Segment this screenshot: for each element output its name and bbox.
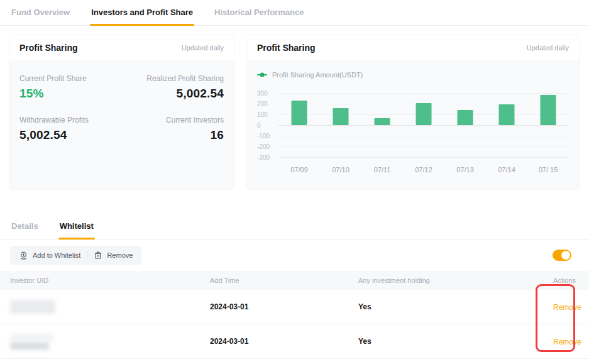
stat-value: 16 bbox=[122, 128, 224, 142]
chart-plot bbox=[278, 93, 569, 157]
profit-sharing-stats-card: Profit Sharing Updated daily Current Pro… bbox=[9, 35, 234, 190]
stats-card-title: Profit Sharing bbox=[19, 43, 78, 53]
investor-uid-redacted bbox=[10, 333, 210, 350]
x-tick-label: 07/11 bbox=[361, 166, 403, 174]
bar bbox=[541, 95, 556, 125]
stats-card-updated-badge: Updated daily bbox=[182, 44, 224, 52]
add-to-whitelist-button[interactable]: Add to Whitelist bbox=[13, 246, 87, 265]
bar bbox=[499, 104, 515, 125]
legend-label: Profit Sharing Amount(USDT) bbox=[272, 71, 363, 79]
row-remove-link[interactable]: Remove bbox=[553, 303, 581, 312]
stat-current-profit-share: Current Profit Share 15% bbox=[19, 74, 122, 101]
table-header-row: Investor UID Add Time Any investment hol… bbox=[0, 271, 589, 290]
fund-management-page: Fund Overview Investors and Profit Share… bbox=[0, 0, 589, 364]
tab-investors-profit-share[interactable]: Investors and Profit Share bbox=[90, 0, 194, 25]
y-tick-label: -200 bbox=[257, 143, 270, 150]
trash-icon bbox=[94, 251, 102, 260]
column-header-actions: Actions bbox=[553, 277, 576, 284]
bar bbox=[416, 103, 432, 125]
stat-value: 15% bbox=[19, 87, 122, 101]
x-tick-label: 07/ 15 bbox=[527, 166, 569, 174]
chart-card-updated-badge: Updated daily bbox=[527, 44, 569, 52]
column-header-investor-uid: Investor UID bbox=[10, 277, 210, 284]
stat-label: Current Investors bbox=[122, 116, 224, 124]
bar bbox=[333, 108, 349, 125]
stat-label: Realized Profit Sharing bbox=[122, 74, 224, 83]
remove-button-label: Remove bbox=[107, 251, 133, 259]
row-remove-link[interactable]: Remove bbox=[553, 338, 581, 346]
chart-plot-area: 07/0907/1007/1107/1207/1307/1407/ 15 bbox=[278, 93, 569, 174]
stat-label: Withdrawable Profits bbox=[19, 116, 122, 124]
chart-card-title: Profit Sharing bbox=[257, 43, 316, 53]
add-time-cell: 2024-03-01 bbox=[210, 302, 358, 311]
stat-withdrawable-profits: Withdrawable Profits 5,002.54 bbox=[19, 116, 122, 142]
bar bbox=[292, 101, 307, 125]
column-header-holding: Any investment holding bbox=[358, 277, 553, 284]
remove-button[interactable]: Remove bbox=[87, 246, 139, 265]
bar bbox=[375, 118, 390, 125]
holding-cell: Yes bbox=[358, 302, 553, 311]
main-tabbar: Fund Overview Investors and Profit Share… bbox=[0, 0, 589, 26]
x-tick-label: 07/12 bbox=[403, 166, 444, 174]
y-tick-label: 200 bbox=[257, 101, 268, 108]
whitelist-toggle[interactable] bbox=[553, 250, 571, 261]
x-tick-label: 07/10 bbox=[320, 166, 361, 174]
stats-card-header: Profit Sharing Updated daily bbox=[9, 35, 234, 60]
tab-whitelist[interactable]: Whitelist bbox=[58, 214, 95, 239]
column-header-add-time: Add Time bbox=[210, 277, 358, 284]
stats-card-body: Current Profit Share 15% Realized Profit… bbox=[9, 60, 234, 190]
stat-value: 5,002.54 bbox=[122, 87, 224, 101]
stat-current-investors: Current Investors 16 bbox=[122, 116, 224, 142]
stat-realized-profit-sharing: Realized Profit Sharing 5,002.54 bbox=[122, 74, 224, 101]
profit-sharing-chart-card: Profit Sharing Updated daily Profit Shar… bbox=[246, 35, 580, 190]
chart-legend: Profit Sharing Amount(USDT) bbox=[257, 68, 569, 82]
chart-y-axis: 3002001000-100-200-300 bbox=[257, 93, 278, 157]
stat-label: Current Profit Share bbox=[19, 74, 122, 83]
chart-bars bbox=[278, 93, 569, 157]
y-tick-label: 300 bbox=[257, 90, 268, 97]
x-tick-label: 07/14 bbox=[486, 166, 527, 174]
whitelist-table: Investor UID Add Time Any investment hol… bbox=[0, 271, 589, 359]
stat-value: 5,002.54 bbox=[19, 128, 122, 142]
tab-details[interactable]: Details bbox=[10, 214, 40, 239]
holding-cell: Yes bbox=[358, 337, 553, 346]
table-row: 2024-03-01 Yes Remove bbox=[0, 290, 589, 324]
x-tick-label: 07/13 bbox=[444, 166, 486, 174]
legend-marker-icon bbox=[257, 74, 267, 75]
whitelist-toolbar: Add to Whitelist Remove bbox=[0, 240, 589, 265]
section-tabbar: Details Whitelist bbox=[0, 214, 589, 240]
y-tick-label: 0 bbox=[257, 122, 261, 129]
x-tick-label: 07/09 bbox=[278, 166, 320, 174]
y-tick-label: -300 bbox=[257, 154, 270, 161]
chart-x-axis: 07/0907/1007/1107/1207/1307/1407/ 15 bbox=[278, 166, 569, 174]
add-to-whitelist-icon bbox=[19, 251, 28, 260]
tab-historical-performance[interactable]: Historical Performance bbox=[213, 0, 305, 25]
bar-chart: 3002001000-100-200-300 07/0907/1007/1107… bbox=[257, 93, 569, 174]
y-tick-label: 100 bbox=[257, 111, 268, 118]
bar bbox=[458, 110, 473, 125]
chart-card-header: Profit Sharing Updated daily bbox=[247, 35, 579, 60]
add-time-cell: 2024-03-01 bbox=[210, 337, 358, 346]
tab-fund-overview[interactable]: Fund Overview bbox=[10, 0, 71, 25]
investor-uid-redacted bbox=[10, 300, 210, 314]
cards-row: Profit Sharing Updated daily Current Pro… bbox=[0, 26, 589, 190]
toolbar-button-group: Add to Whitelist Remove bbox=[10, 246, 141, 265]
gridline bbox=[278, 157, 569, 158]
chart-card-body: Profit Sharing Amount(USDT) 3002001000-1… bbox=[247, 60, 579, 190]
add-to-whitelist-label: Add to Whitelist bbox=[33, 251, 80, 259]
table-row: 2024-03-01 Yes Remove bbox=[0, 324, 589, 359]
y-tick-label: -100 bbox=[257, 133, 270, 140]
